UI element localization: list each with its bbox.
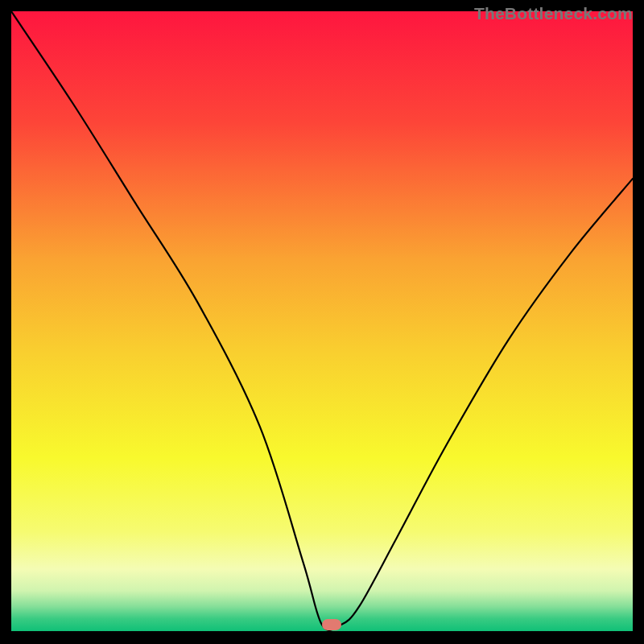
optimal-marker [322,619,341,630]
watermark-text: TheBottleneck.com [474,4,633,23]
chart-container: TheBottleneck.com [0,0,644,644]
plot-area [11,11,633,631]
bottleneck-curve [11,11,633,631]
